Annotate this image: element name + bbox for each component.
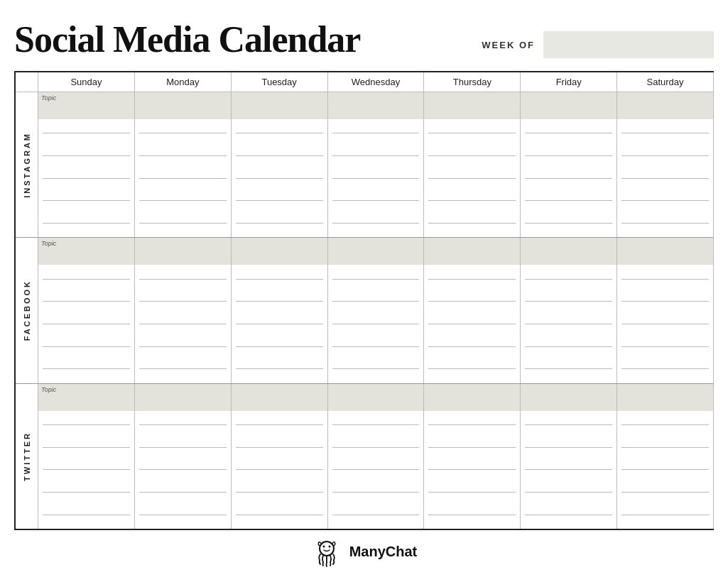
lines-area <box>232 411 327 529</box>
topic-box <box>617 384 713 411</box>
line <box>525 492 612 493</box>
line <box>525 324 612 324</box>
platform-row-twitter: TWITTER Topic <box>16 384 714 529</box>
line <box>332 200 420 201</box>
facebook-sunday: Topic <box>38 238 135 383</box>
line <box>525 155 612 156</box>
day-header-saturday: Saturday <box>617 72 714 92</box>
lines-area <box>135 265 231 383</box>
line <box>236 324 323 324</box>
topic-box <box>135 384 231 411</box>
line <box>525 133 612 133</box>
week-of-input[interactable] <box>543 31 714 58</box>
day-header-friday: Friday <box>521 72 617 92</box>
line <box>525 301 612 302</box>
day-header-thursday: Thursday <box>424 72 521 92</box>
line <box>332 515 420 515</box>
instagram-friday <box>521 92 617 237</box>
line <box>621 155 709 156</box>
line <box>236 346 323 347</box>
line <box>139 447 227 448</box>
day-header-tuesday: Tuesday <box>232 72 328 92</box>
line <box>139 200 227 201</box>
line <box>428 447 516 448</box>
lines-area <box>424 411 520 529</box>
topic-label: Topic <box>41 240 56 247</box>
topic-box <box>521 238 616 265</box>
line <box>332 424 420 425</box>
facebook-wednesday <box>328 238 425 383</box>
lines-area <box>328 411 424 529</box>
line <box>621 469 709 470</box>
line <box>43 200 130 201</box>
topic-box <box>521 384 616 411</box>
line <box>621 424 709 425</box>
instagram-thursday <box>424 92 521 237</box>
lines-area <box>424 265 520 383</box>
line <box>428 178 516 179</box>
lines-area <box>135 119 231 237</box>
topic-box <box>232 238 327 265</box>
line <box>236 469 323 470</box>
facebook-saturday <box>617 238 714 383</box>
twitter-monday <box>135 384 232 529</box>
line <box>621 279 709 280</box>
twitter-saturday <box>617 384 714 529</box>
manychat-logo-icon <box>311 536 342 567</box>
header: Social Media Calendar WEEK OF <box>14 21 714 58</box>
line <box>43 301 130 302</box>
lines-area <box>328 119 424 237</box>
brand-name: ManyChat <box>349 544 418 560</box>
platform-label-cell-facebook: FACEBOOK <box>16 238 38 383</box>
topic-label: Topic <box>41 94 56 101</box>
footer: ManyChat <box>311 536 418 570</box>
twitter-tuesday <box>232 384 328 529</box>
topic-label: Topic <box>41 386 56 393</box>
svg-point-1 <box>322 546 325 548</box>
twitter-wednesday <box>328 384 425 529</box>
line <box>43 279 130 280</box>
line <box>332 155 420 156</box>
line <box>43 469 130 470</box>
platform-label-facebook: FACEBOOK <box>23 280 31 341</box>
line <box>43 346 130 347</box>
line <box>525 223 612 224</box>
facebook-tuesday <box>232 238 328 383</box>
line <box>139 368 227 369</box>
line <box>621 133 709 133</box>
instagram-sunday: Topic <box>38 92 135 237</box>
topic-box: Topic <box>38 238 134 265</box>
topic-box <box>424 238 520 265</box>
line <box>236 155 323 156</box>
svg-point-2 <box>328 546 330 548</box>
line <box>139 515 227 515</box>
topic-box: Topic <box>38 384 134 411</box>
line <box>428 133 516 133</box>
day-headers: Sunday Monday Tuesday Wednesday Thursday… <box>14 71 714 92</box>
line <box>43 368 130 369</box>
topic-box <box>617 238 713 265</box>
lines-area <box>521 119 616 237</box>
twitter-sunday: Topic <box>38 384 135 529</box>
line <box>332 324 420 324</box>
line <box>621 301 709 302</box>
line <box>43 178 130 179</box>
line <box>621 223 709 224</box>
line <box>621 178 709 179</box>
line <box>43 515 130 515</box>
facebook-thursday <box>424 238 521 383</box>
line <box>139 155 227 156</box>
line <box>236 279 323 280</box>
instagram-monday <box>135 92 232 237</box>
platform-label-instagram: INSTAGRAM <box>23 132 31 198</box>
page-title: Social Media Calendar <box>14 21 360 58</box>
line <box>332 346 420 347</box>
line <box>525 447 612 448</box>
twitter-thursday <box>424 384 521 529</box>
line <box>139 178 227 179</box>
line <box>236 515 323 515</box>
instagram-saturday <box>617 92 714 237</box>
day-header-wednesday: Wednesday <box>328 72 425 92</box>
line <box>332 223 420 224</box>
line <box>139 324 227 324</box>
